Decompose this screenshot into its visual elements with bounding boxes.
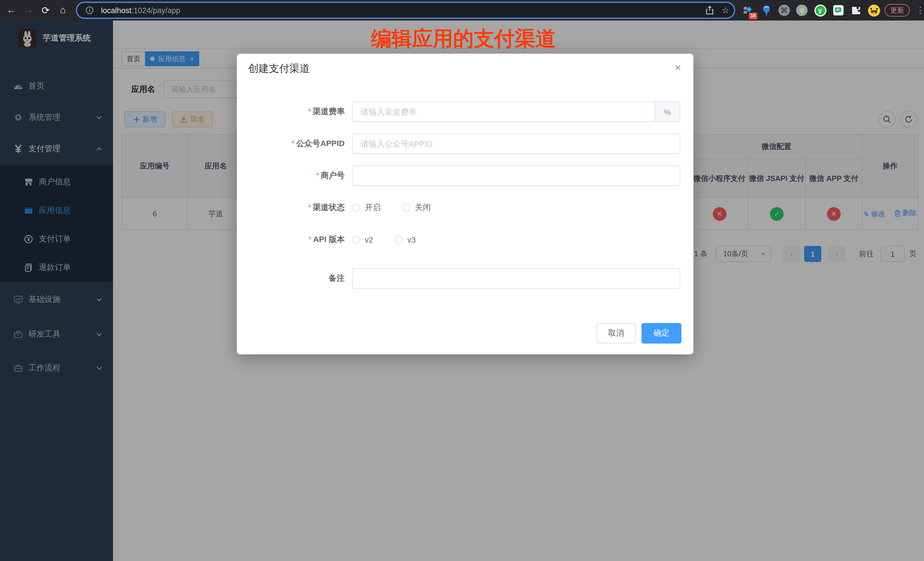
share-icon[interactable]: [705, 6, 714, 15]
rate-label: 渠道费率: [313, 107, 345, 116]
remark-input[interactable]: [352, 268, 680, 289]
browser-menu-icon[interactable]: ⋮: [916, 0, 924, 21]
form-row-rate: *渠道费率 %: [237, 102, 693, 122]
radio-api-v3[interactable]: v3: [395, 235, 416, 244]
extension-sidekick-icon[interactable]: 10: [740, 3, 755, 18]
bookmark-star-icon[interactable]: ☆: [722, 5, 729, 15]
radio-circle-icon: [402, 204, 410, 212]
appid-label: 公众号APPID: [296, 139, 345, 148]
dialog-title: 创建支付渠道: [248, 62, 310, 75]
browser-back-button[interactable]: ←: [3, 0, 20, 21]
site-info-icon[interactable]: [83, 3, 96, 17]
form-row-api-version: *API 版本 v2 v3: [237, 230, 693, 250]
radio-api-v2[interactable]: v2: [352, 235, 373, 244]
extension-chat-icon[interactable]: [831, 3, 846, 18]
profile-emoji-icon[interactable]: [866, 3, 881, 18]
browser-toolbar: ← → ⟳ ⌂ localhost:1024/pay/app ☆ 10 ⌘: [0, 0, 924, 21]
url-text: localhost:1024/pay/app: [101, 6, 180, 15]
address-bar[interactable]: localhost:1024/pay/app ☆: [76, 2, 735, 19]
browser-home-button[interactable]: ⌂: [55, 0, 71, 21]
radio-circle-icon: [395, 236, 403, 244]
browser-reload-button[interactable]: ⟳: [38, 0, 54, 21]
radio-circle-icon: [352, 236, 360, 244]
percent-append: %: [655, 102, 680, 122]
browser-update-button[interactable]: 更新: [885, 4, 910, 16]
extension-gray-dot-icon[interactable]: [795, 3, 809, 18]
radio-status-closed[interactable]: 关闭: [402, 202, 431, 213]
channel-status-label: 渠道状态: [313, 202, 345, 212]
radio-status-open[interactable]: 开启: [352, 202, 381, 213]
form-row-remark: 备注: [237, 268, 693, 289]
confirm-button[interactable]: 确定: [642, 323, 681, 344]
annotation-text: 编辑应用的支付渠道: [371, 25, 556, 53]
form-row-status: *渠道状态 开启 关闭: [237, 198, 693, 218]
merchant-id-input[interactable]: [352, 165, 680, 186]
create-pay-channel-dialog: 创建支付渠道 ✕ *渠道费率 % *公众号APPID *商户号 *渠道状态 开启: [237, 54, 693, 354]
extensions-puzzle-icon[interactable]: [849, 3, 864, 18]
channel-rate-input[interactable]: [352, 102, 655, 122]
dialog-close-icon[interactable]: ✕: [673, 63, 683, 73]
api-version-label: API 版本: [314, 234, 345, 244]
remark-label: 备注: [329, 273, 345, 282]
extension-command-icon[interactable]: ⌘: [777, 3, 792, 18]
radio-circle-icon: [352, 204, 360, 212]
dialog-footer: 取消 确定: [596, 323, 681, 344]
screen: ← → ⟳ ⌂ localhost:1024/pay/app ☆ 10 ⌘: [0, 0, 924, 561]
extension-y-icon[interactable]: y: [813, 3, 828, 18]
form-row-merchant: *商户号: [237, 165, 693, 186]
extension-badge: 10: [749, 12, 758, 20]
form-row-appid: *公众号APPID: [237, 134, 693, 154]
merchant-id-label: 商户号: [321, 171, 345, 180]
cancel-button[interactable]: 取消: [596, 323, 636, 344]
extension-balloon-icon[interactable]: [759, 3, 774, 18]
browser-forward-button[interactable]: →: [21, 0, 36, 21]
official-account-appid-input[interactable]: [352, 134, 680, 154]
